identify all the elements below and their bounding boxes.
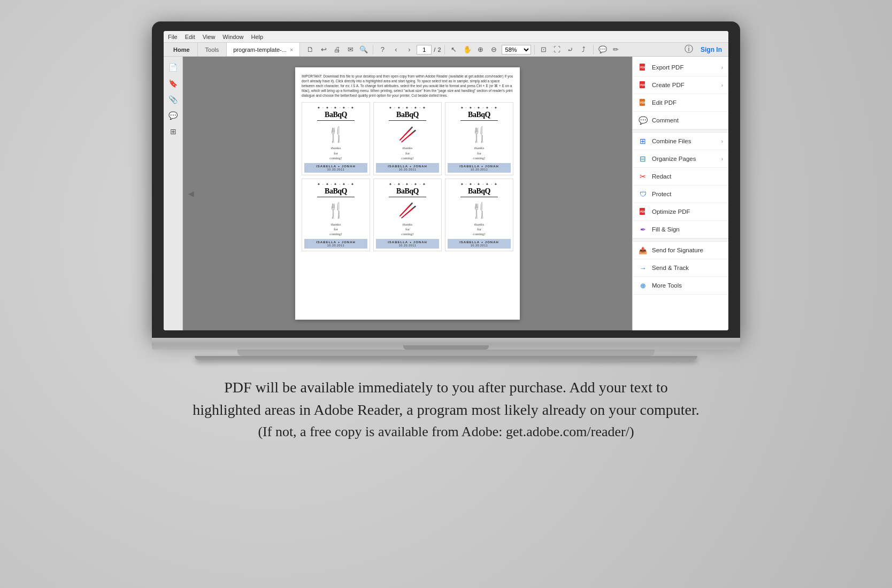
menu-file[interactable]: File bbox=[168, 34, 178, 40]
separator-4 bbox=[593, 45, 594, 55]
bbq-script-6: thanksforcoming! bbox=[473, 222, 485, 237]
send-track-icon: → bbox=[638, 263, 648, 273]
combine-files-label: Combine Files bbox=[652, 138, 717, 144]
toolbar-email-icon[interactable]: ✉ bbox=[344, 44, 356, 56]
bbq-card-6: ✦ · ✦ · ✦ · ✦ · ✦ BaBqQ 🍴 thanksforcomin… bbox=[445, 179, 513, 251]
page-number-input[interactable] bbox=[417, 45, 432, 55]
organize-pages-arrow: › bbox=[721, 156, 723, 162]
optimize-pdf-label: Optimize PDF bbox=[652, 208, 723, 215]
bbq-script-4: thanksforcoming! bbox=[329, 222, 342, 237]
bbq-footer-4: ISABELLA + JONAH 10.20.2011 bbox=[304, 239, 367, 249]
toolbar-rotate-icon[interactable]: ⤾ bbox=[565, 44, 576, 56]
panel-comment[interactable]: 💬 Comment bbox=[633, 112, 728, 129]
toolbar-fit-icon[interactable]: ⊡ bbox=[538, 44, 550, 56]
tab-document[interactable]: program-template-... × bbox=[227, 43, 300, 56]
svg-text:PDF: PDF bbox=[640, 83, 645, 87]
menu-edit[interactable]: Edit bbox=[185, 34, 195, 40]
divider-3 bbox=[460, 120, 498, 121]
panel-fill-sign[interactable]: ✒ Fill & Sign bbox=[633, 221, 728, 238]
bbq-title-2: BaBqQ bbox=[396, 111, 419, 119]
send-signature-icon: 📤 bbox=[638, 245, 648, 255]
toolbar-search-icon[interactable]: 🔍 bbox=[358, 44, 370, 56]
combine-files-arrow: › bbox=[721, 138, 723, 144]
panel-more-tools[interactable]: ⊕ More Tools bbox=[633, 277, 728, 295]
toolbar-new-icon[interactable]: 🗋 bbox=[304, 44, 316, 56]
toolbar-share-icon[interactable]: ⤴ bbox=[578, 44, 590, 56]
tab-close-icon[interactable]: × bbox=[290, 47, 293, 53]
bbq-footer-3: ISABELLA + JONAH 10.20.2011 bbox=[448, 163, 511, 173]
toolbar-fullscreen-icon[interactable]: ⛶ bbox=[551, 44, 563, 56]
create-pdf-arrow: › bbox=[721, 82, 723, 88]
panel-organize-pages[interactable]: ⊟ Organize Pages › bbox=[633, 150, 728, 168]
page-total: 2 bbox=[437, 47, 441, 53]
bottom-line-3: (If not, a free copy is available from A… bbox=[193, 421, 699, 442]
pdf-prev-arrow[interactable]: ◀ bbox=[188, 189, 194, 198]
toolbar-help-icon[interactable]: ? bbox=[376, 44, 388, 56]
bbq-title-1: BaBqQ bbox=[325, 111, 347, 119]
send-signature-label: Send for Signature bbox=[652, 247, 723, 253]
toolbar-print-icon[interactable]: 🖨 bbox=[331, 44, 343, 56]
panel-redact[interactable]: ✂ Redact bbox=[633, 168, 728, 185]
sidebar-layers-icon[interactable]: ⊞ bbox=[167, 125, 180, 138]
export-pdf-icon: PDF bbox=[638, 63, 648, 72]
panel-protect[interactable]: 🛡 Protect bbox=[633, 185, 728, 203]
string-lights-1: ✦ · ✦ · ✦ · ✦ · ✦ bbox=[317, 106, 355, 110]
more-tools-icon: ⊕ bbox=[638, 281, 648, 290]
toolbar-comment-icon[interactable]: 💬 bbox=[597, 44, 609, 56]
bbq-illustration-3: 🍴 bbox=[470, 122, 489, 146]
sidebar-attachment-icon[interactable]: 📎 bbox=[167, 93, 180, 106]
divider-1 bbox=[317, 120, 355, 121]
sign-in-button[interactable]: Sign In bbox=[696, 46, 726, 53]
toolbar-markup-icon[interactable]: ✏ bbox=[610, 44, 622, 56]
toolbar-hand-icon[interactable]: ✋ bbox=[462, 44, 473, 56]
tab-bar: Home Tools program-template-... × 🗋 ↩ 🖨 … bbox=[164, 43, 728, 57]
toolbar-back-icon[interactable]: ↩ bbox=[318, 44, 329, 56]
adobe-reader-ui: File Edit View Window Help Home Tools pr… bbox=[164, 31, 728, 330]
zoom-select[interactable]: 58% 50% 75% 100% bbox=[502, 45, 531, 55]
bbq-date-3: 10.20.2011 bbox=[449, 168, 510, 171]
sidebar-page-icon[interactable]: 📄 bbox=[167, 61, 180, 74]
menu-view[interactable]: View bbox=[203, 34, 216, 40]
panel-edit-pdf[interactable]: PDF Edit PDF bbox=[633, 94, 728, 112]
panel-create-pdf[interactable]: PDF Create PDF › bbox=[633, 76, 728, 94]
bbq-script-3: thanksforcoming! bbox=[473, 146, 485, 160]
menu-help[interactable]: Help bbox=[251, 34, 263, 40]
comment-icon: 💬 bbox=[638, 115, 648, 125]
create-pdf-label: Create PDF bbox=[652, 82, 717, 88]
toolbar-prev-page-icon[interactable]: ‹ bbox=[390, 44, 402, 56]
pdf-page: IMPORTANT: Download this file to your de… bbox=[295, 67, 520, 320]
menu-window[interactable]: Window bbox=[222, 34, 243, 40]
pdf-instruction-text: IMPORTANT: Download this file to your de… bbox=[302, 74, 513, 98]
panel-send-track[interactable]: → Send & Track bbox=[633, 259, 728, 277]
tab-tools[interactable]: Tools bbox=[198, 43, 227, 56]
bottom-line-2: highlighted areas in Adobe Reader, a pro… bbox=[193, 399, 699, 421]
toolbar-zoom-out-icon[interactable]: ⊖ bbox=[488, 44, 500, 56]
string-lights-6: ✦ · ✦ · ✦ · ✦ · ✦ bbox=[460, 182, 498, 187]
panel-send-signature[interactable]: 📤 Send for Signature bbox=[633, 242, 728, 259]
bbq-title-3: BaBqQ bbox=[468, 111, 490, 119]
bbq-date-6: 10.20.2011 bbox=[449, 244, 510, 247]
bbq-script-2: thanksforcoming! bbox=[401, 146, 413, 160]
page-separator: / bbox=[434, 47, 435, 53]
panel-export-pdf[interactable]: PDF Export PDF › bbox=[633, 59, 728, 76]
toolbar-next-page-icon[interactable]: › bbox=[403, 44, 415, 56]
left-sidebar: 📄 🔖 📎 💬 ⊞ bbox=[164, 57, 183, 330]
send-track-label: Send & Track bbox=[652, 265, 723, 271]
toolbar-cursor-icon[interactable]: ↖ bbox=[448, 44, 460, 56]
string-lights-2: ✦ · ✦ · ✦ · ✦ · ✦ bbox=[389, 106, 426, 110]
export-pdf-arrow: › bbox=[721, 65, 723, 71]
redact-icon: ✂ bbox=[638, 172, 648, 181]
toolbar-zoom-in-icon[interactable]: ⊕ bbox=[475, 44, 487, 56]
sidebar-bookmark-icon[interactable]: 🔖 bbox=[167, 77, 180, 90]
tab-home[interactable]: Home bbox=[166, 43, 198, 56]
organize-pages-icon: ⊟ bbox=[638, 154, 648, 164]
svg-text:PDF: PDF bbox=[640, 101, 645, 104]
sidebar-comment-sidebar-icon[interactable]: 💬 bbox=[167, 109, 180, 122]
help-circle-icon[interactable]: ⓘ bbox=[685, 44, 693, 55]
panel-optimize-pdf[interactable]: PDF Optimize PDF bbox=[633, 203, 728, 221]
bbq-card-2: ✦ · ✦ · ✦ · ✦ · ✦ BaBqQ 🥢 thanksforcomin… bbox=[373, 102, 442, 175]
screen-bezel: File Edit View Window Help Home Tools pr… bbox=[152, 21, 740, 338]
bbq-card-grid: ✦ · ✦ · ✦ · ✦ · ✦ BaBqQ 🍴 thanksforcomin… bbox=[302, 102, 513, 251]
bbq-title-4: BaBqQ bbox=[325, 188, 347, 195]
panel-combine-files[interactable]: ⊞ Combine Files › bbox=[633, 133, 728, 150]
